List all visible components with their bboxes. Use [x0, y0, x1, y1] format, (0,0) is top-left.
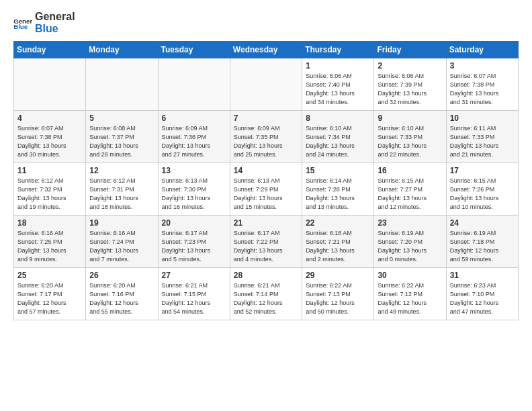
- calendar-cell: 9Sunrise: 6:10 AM Sunset: 7:33 PM Daylig…: [374, 111, 446, 163]
- calendar-cell: 15Sunrise: 6:14 AM Sunset: 7:28 PM Dayli…: [302, 163, 374, 216]
- day-info: Sunrise: 6:18 AM Sunset: 7:21 PM Dayligh…: [306, 229, 370, 264]
- calendar-cell: 14Sunrise: 6:13 AM Sunset: 7:29 PM Dayli…: [230, 163, 302, 216]
- day-info: Sunrise: 6:19 AM Sunset: 7:18 PM Dayligh…: [450, 229, 515, 264]
- header: General Blue General Blue: [13, 11, 519, 34]
- day-info: Sunrise: 6:13 AM Sunset: 7:29 PM Dayligh…: [234, 177, 298, 212]
- calendar-cell: 27Sunrise: 6:21 AM Sunset: 7:15 PM Dayli…: [158, 268, 230, 320]
- day-number: 5: [89, 113, 154, 123]
- day-info: Sunrise: 6:22 AM Sunset: 7:12 PM Dayligh…: [378, 281, 442, 316]
- calendar-cell: 13Sunrise: 6:13 AM Sunset: 7:30 PM Dayli…: [158, 163, 230, 216]
- day-number: 14: [234, 166, 298, 175]
- calendar-cell: 10Sunrise: 6:11 AM Sunset: 7:33 PM Dayli…: [446, 111, 518, 163]
- day-number: 31: [450, 271, 515, 280]
- day-number: 17: [450, 166, 515, 175]
- calendar-week-row: 4Sunrise: 6:07 AM Sunset: 7:38 PM Daylig…: [14, 111, 519, 163]
- day-number: 18: [17, 218, 82, 228]
- calendar-cell: 16Sunrise: 6:15 AM Sunset: 7:27 PM Dayli…: [374, 163, 446, 216]
- day-info: Sunrise: 6:13 AM Sunset: 7:30 PM Dayligh…: [162, 177, 226, 212]
- calendar-cell: 5Sunrise: 6:08 AM Sunset: 7:37 PM Daylig…: [86, 111, 158, 163]
- calendar-cell: 8Sunrise: 6:10 AM Sunset: 7:34 PM Daylig…: [302, 111, 374, 163]
- calendar-cell: 26Sunrise: 6:20 AM Sunset: 7:16 PM Dayli…: [86, 268, 158, 320]
- weekday-header-row: SundayMondayTuesdayWednesdayThursdayFrid…: [14, 42, 519, 58]
- logo-general: General: [35, 11, 75, 23]
- calendar-cell: [230, 58, 302, 111]
- day-info: Sunrise: 6:15 AM Sunset: 7:27 PM Dayligh…: [378, 177, 442, 212]
- day-number: 27: [162, 271, 226, 280]
- day-info: Sunrise: 6:21 AM Sunset: 7:14 PM Dayligh…: [234, 281, 298, 316]
- day-number: 13: [162, 166, 226, 175]
- calendar-cell: 18Sunrise: 6:16 AM Sunset: 7:25 PM Dayli…: [14, 216, 86, 268]
- calendar: SundayMondayTuesdayWednesdayThursdayFrid…: [13, 41, 519, 320]
- calendar-week-row: 11Sunrise: 6:12 AM Sunset: 7:32 PM Dayli…: [14, 163, 519, 216]
- day-number: 9: [378, 113, 442, 123]
- calendar-cell: 22Sunrise: 6:18 AM Sunset: 7:21 PM Dayli…: [302, 216, 374, 268]
- day-number: 7: [234, 113, 298, 123]
- calendar-cell: 30Sunrise: 6:22 AM Sunset: 7:12 PM Dayli…: [374, 268, 446, 320]
- day-info: Sunrise: 6:12 AM Sunset: 7:31 PM Dayligh…: [89, 177, 154, 212]
- day-info: Sunrise: 6:07 AM Sunset: 7:38 PM Dayligh…: [450, 72, 515, 107]
- day-number: 15: [306, 166, 370, 175]
- calendar-cell: 12Sunrise: 6:12 AM Sunset: 7:31 PM Dayli…: [86, 163, 158, 216]
- day-info: Sunrise: 6:10 AM Sunset: 7:33 PM Dayligh…: [378, 124, 442, 159]
- logo: General Blue General Blue: [13, 11, 75, 34]
- calendar-cell: [158, 58, 230, 111]
- day-info: Sunrise: 6:07 AM Sunset: 7:38 PM Dayligh…: [17, 124, 82, 159]
- day-number: 26: [89, 271, 154, 280]
- calendar-cell: 1Sunrise: 6:06 AM Sunset: 7:40 PM Daylig…: [302, 58, 374, 111]
- day-info: Sunrise: 6:20 AM Sunset: 7:16 PM Dayligh…: [89, 281, 154, 316]
- day-number: 2: [378, 61, 442, 71]
- day-number: 29: [306, 271, 370, 280]
- calendar-cell: 2Sunrise: 6:06 AM Sunset: 7:39 PM Daylig…: [374, 58, 446, 111]
- weekday-header-friday: Friday: [374, 42, 446, 58]
- day-number: 28: [234, 271, 298, 280]
- svg-text:Blue: Blue: [13, 23, 28, 29]
- calendar-cell: 3Sunrise: 6:07 AM Sunset: 7:38 PM Daylig…: [446, 58, 518, 111]
- calendar-week-row: 25Sunrise: 6:20 AM Sunset: 7:17 PM Dayli…: [14, 268, 519, 320]
- calendar-cell: [86, 58, 158, 111]
- day-number: 24: [450, 218, 515, 228]
- calendar-cell: 24Sunrise: 6:19 AM Sunset: 7:18 PM Dayli…: [446, 216, 518, 268]
- day-number: 8: [306, 113, 370, 123]
- calendar-cell: 28Sunrise: 6:21 AM Sunset: 7:14 PM Dayli…: [230, 268, 302, 320]
- calendar-cell: 19Sunrise: 6:16 AM Sunset: 7:24 PM Dayli…: [86, 216, 158, 268]
- calendar-cell: 21Sunrise: 6:17 AM Sunset: 7:22 PM Dayli…: [230, 216, 302, 268]
- day-info: Sunrise: 6:16 AM Sunset: 7:24 PM Dayligh…: [89, 229, 154, 264]
- weekday-header-thursday: Thursday: [302, 42, 374, 58]
- day-info: Sunrise: 6:09 AM Sunset: 7:35 PM Dayligh…: [234, 124, 298, 159]
- logo-icon: General Blue: [13, 17, 32, 29]
- day-number: 1: [306, 61, 370, 71]
- calendar-week-row: 1Sunrise: 6:06 AM Sunset: 7:40 PM Daylig…: [14, 58, 519, 111]
- day-info: Sunrise: 6:17 AM Sunset: 7:22 PM Dayligh…: [234, 229, 298, 264]
- day-number: 12: [89, 166, 154, 175]
- day-info: Sunrise: 6:15 AM Sunset: 7:26 PM Dayligh…: [450, 177, 515, 212]
- day-info: Sunrise: 6:09 AM Sunset: 7:36 PM Dayligh…: [162, 124, 226, 159]
- day-number: 10: [450, 113, 515, 123]
- page: General Blue General Blue SundayMondayTu…: [0, 0, 532, 328]
- day-info: Sunrise: 6:14 AM Sunset: 7:28 PM Dayligh…: [306, 177, 370, 212]
- day-number: 20: [162, 218, 226, 228]
- day-number: 19: [89, 218, 154, 228]
- day-info: Sunrise: 6:11 AM Sunset: 7:33 PM Dayligh…: [450, 124, 515, 159]
- day-number: 4: [17, 113, 82, 123]
- calendar-cell: [14, 58, 86, 111]
- day-info: Sunrise: 6:10 AM Sunset: 7:34 PM Dayligh…: [306, 124, 370, 159]
- day-number: 30: [378, 271, 442, 280]
- day-number: 25: [17, 271, 82, 280]
- day-info: Sunrise: 6:16 AM Sunset: 7:25 PM Dayligh…: [17, 229, 82, 264]
- weekday-header-saturday: Saturday: [446, 42, 518, 58]
- calendar-cell: 11Sunrise: 6:12 AM Sunset: 7:32 PM Dayli…: [14, 163, 86, 216]
- day-info: Sunrise: 6:06 AM Sunset: 7:40 PM Dayligh…: [306, 72, 370, 107]
- calendar-cell: 17Sunrise: 6:15 AM Sunset: 7:26 PM Dayli…: [446, 163, 518, 216]
- day-number: 22: [306, 218, 370, 228]
- weekday-header-monday: Monday: [86, 42, 158, 58]
- calendar-cell: 29Sunrise: 6:22 AM Sunset: 7:13 PM Dayli…: [302, 268, 374, 320]
- weekday-header-sunday: Sunday: [14, 42, 86, 58]
- day-info: Sunrise: 6:20 AM Sunset: 7:17 PM Dayligh…: [17, 281, 82, 316]
- calendar-week-row: 18Sunrise: 6:16 AM Sunset: 7:25 PM Dayli…: [14, 216, 519, 268]
- day-info: Sunrise: 6:22 AM Sunset: 7:13 PM Dayligh…: [306, 281, 370, 316]
- day-info: Sunrise: 6:06 AM Sunset: 7:39 PM Dayligh…: [378, 72, 442, 107]
- calendar-cell: 23Sunrise: 6:19 AM Sunset: 7:20 PM Dayli…: [374, 216, 446, 268]
- day-info: Sunrise: 6:17 AM Sunset: 7:23 PM Dayligh…: [162, 229, 226, 264]
- calendar-cell: 31Sunrise: 6:23 AM Sunset: 7:10 PM Dayli…: [446, 268, 518, 320]
- day-number: 3: [450, 61, 515, 71]
